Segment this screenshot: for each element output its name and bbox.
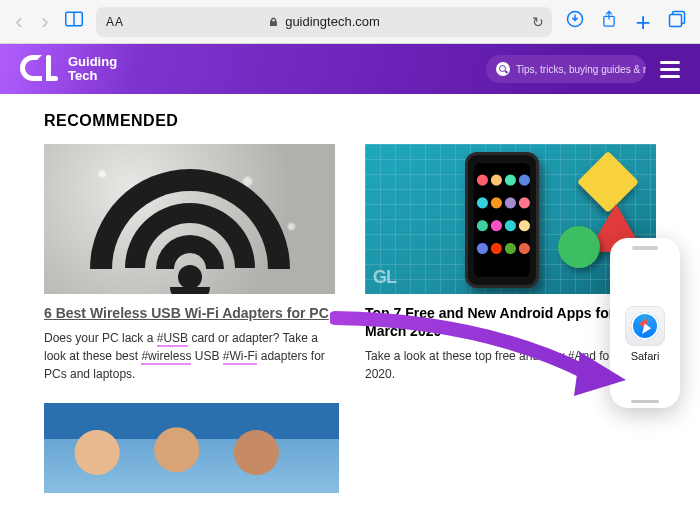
- address-bar[interactable]: AA 🔒︎ guidingtech.com ↻: [96, 7, 552, 37]
- browser-toolbar: ‹ › AA 🔒︎ guidingtech.com ↻ +: [0, 0, 700, 44]
- new-tab-button[interactable]: +: [628, 13, 658, 31]
- page-content: RECOMMENDED 6 Best Wireless USB Wi-Fi Ad…: [0, 94, 700, 525]
- tabs-button[interactable]: [662, 10, 692, 33]
- home-indicator[interactable]: [631, 400, 659, 403]
- back-button[interactable]: ‹: [8, 9, 30, 35]
- reload-button[interactable]: ↻: [532, 14, 544, 30]
- article-excerpt: Does your PC lack a #USB card or adapter…: [44, 329, 335, 383]
- url-text: guidingtech.com: [285, 14, 380, 29]
- article-card[interactable]: [44, 403, 339, 493]
- safari-app-icon[interactable]: [625, 306, 665, 346]
- hashtag-link[interactable]: #Wi-Fi: [223, 349, 258, 365]
- bookmarks-button[interactable]: [60, 11, 88, 32]
- app-label: Safari: [631, 350, 660, 362]
- svg-rect-5: [670, 15, 682, 27]
- text-size-button[interactable]: AA: [106, 15, 124, 29]
- logo-icon: [20, 55, 60, 83]
- brand-name: GuidingTech: [68, 55, 117, 84]
- drag-handle[interactable]: [632, 246, 658, 250]
- watermark: GL: [373, 267, 396, 288]
- lock-icon: 🔒︎: [268, 16, 279, 28]
- search-icon: [496, 62, 510, 76]
- share-button[interactable]: [594, 10, 624, 33]
- site-logo[interactable]: GuidingTech: [20, 55, 117, 84]
- hashtag-link[interactable]: #And: [568, 349, 596, 365]
- site-header: GuidingTech Tips, tricks, buying guides …: [0, 44, 700, 94]
- slide-over-panel[interactable]: Safari: [610, 238, 680, 408]
- article-thumbnail: [44, 144, 335, 294]
- hashtag-link[interactable]: #wireless: [141, 349, 191, 365]
- compass-icon: [631, 312, 659, 340]
- downloads-button[interactable]: [560, 10, 590, 33]
- search-placeholder: Tips, tricks, buying guides & r: [516, 64, 646, 75]
- article-card[interactable]: 6 Best Wireless USB Wi-Fi Adapters for P…: [44, 144, 335, 383]
- hashtag-link[interactable]: #USB: [157, 331, 188, 347]
- menu-button[interactable]: [660, 61, 680, 78]
- section-heading: RECOMMENDED: [44, 112, 656, 130]
- article-thumbnail: [44, 403, 339, 493]
- search-input[interactable]: Tips, tricks, buying guides & r: [486, 55, 646, 83]
- forward-button[interactable]: ›: [34, 9, 56, 35]
- article-title-link[interactable]: 6 Best Wireless USB Wi-Fi Adapters for P…: [44, 304, 335, 322]
